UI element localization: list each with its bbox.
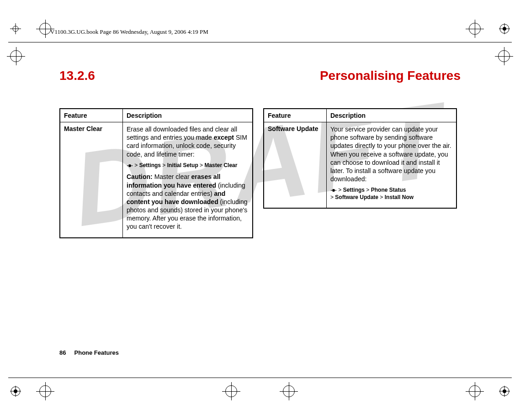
section-number: 13.2.6 [59,68,95,83]
menu-item: Initial Setup [167,162,198,168]
table-row: Software Update Your service provider ca… [264,122,456,208]
registration-icon [499,386,510,397]
crop-mark-bottom-right [469,385,510,397]
svg-point-20 [335,190,336,191]
crosshair-icon [39,385,51,397]
menu-item: Phone Status [371,187,406,193]
sep: > [161,162,167,168]
footer-label: Phone Features [74,349,119,356]
menu-item: Install Now [385,194,414,200]
crosshair-icon [225,385,237,397]
svg-point-19 [331,190,332,191]
section-heading: 13.2.6 Personalising Features [59,68,461,83]
sep: > [365,187,371,193]
crop-mark-top-left [10,23,51,35]
col-header-description: Description [123,109,253,122]
page-number: 86 [59,349,66,356]
svg-point-16 [127,165,128,166]
crosshair-icon [469,385,481,397]
menu-item: Software Update [335,194,378,200]
sep: > [378,194,385,200]
feature-name: Software Update [264,122,327,208]
svg-point-18 [332,189,335,192]
caution-label: Caution: [127,173,153,180]
registration-icon [10,386,21,397]
menu-item: Master Clear [204,162,237,168]
svg-point-15 [128,164,131,167]
crop-mark-bottom-center [225,385,295,397]
page-content: 13.2.6 Personalising Features Feature De… [59,68,461,356]
section-title: Personalising Features [320,68,461,83]
menu-key-icon [330,187,337,194]
text-bold: except [214,134,234,141]
feature-table-left: Feature Description Master Clear Erase a… [59,108,253,238]
menu-key-icon [127,163,133,169]
feature-description: Erase all downloaded files and clear all… [123,122,253,238]
menu-item: Settings [343,187,365,193]
crosshair-icon [469,23,481,35]
registration-icon [499,23,510,34]
sep: > [133,162,139,168]
crosshair-icon [283,385,295,397]
registration-icon [10,23,21,34]
feature-description: Your service provider can update your ph… [327,122,457,208]
menu-item: Settings [139,162,161,168]
svg-point-17 [132,165,133,166]
col-header-description: Description [327,109,457,122]
text: Master clear [153,173,191,180]
menu-path: > Settings > Initial Setup > Master Clea… [127,162,249,169]
table-row: Master Clear Erase all downloaded files … [60,122,253,238]
page-header-meta: V1100.3G.UG.book Page 86 Wednesday, Augu… [50,28,208,36]
sep: > [337,187,343,193]
col-header-feature: Feature [264,109,327,122]
page-footer: 86 Phone Features [59,349,119,356]
crop-mark-top-right [469,23,510,35]
sep: > [198,162,205,168]
col-header-feature: Feature [60,109,123,122]
feature-name: Master Clear [60,122,123,238]
menu-path: > Settings > Phone Status > Software Upd… [330,187,452,201]
sep: > [330,194,335,200]
crosshair-icon [39,23,51,35]
feature-table-right: Feature Description Software Update Your… [263,108,457,209]
text: Your service provider can update your ph… [330,125,452,183]
crop-mark-bottom-left [10,385,51,397]
